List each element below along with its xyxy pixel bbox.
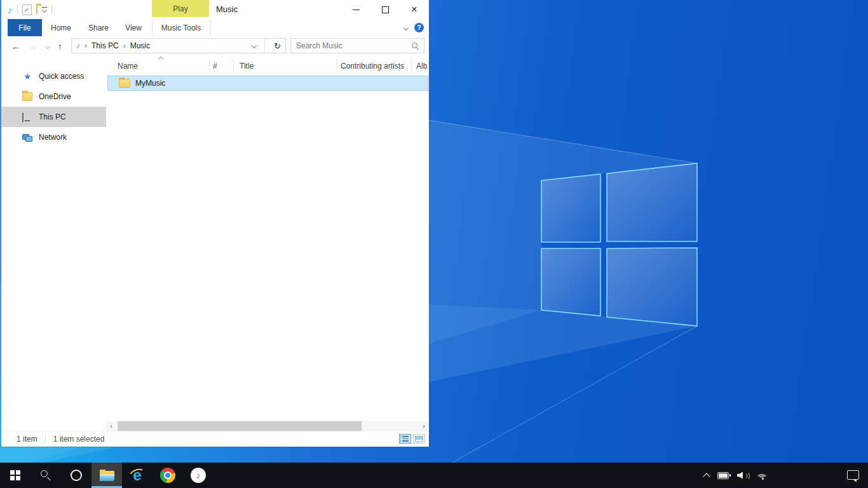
breadcrumb-this-pc[interactable]: This PC (92, 41, 119, 50)
navigation-pane: ★ Quick access OneDrive This PC Network (1, 56, 106, 431)
sidebar-item-label: Network (39, 133, 67, 142)
sidebar-item-label: Quick access (39, 72, 84, 81)
quick-access-star-icon: ★ (24, 72, 31, 81)
forward-button: → (29, 42, 37, 51)
column-header-album[interactable]: Alb (416, 62, 427, 71)
system-tray (704, 463, 769, 488)
column-header-title[interactable]: Title (240, 62, 254, 71)
scroll-right-arrow[interactable]: › (419, 421, 429, 431)
toolbar-separator (17, 5, 18, 14)
help-icon[interactable]: ? (414, 23, 424, 32)
network-icon (22, 133, 32, 142)
taskbar-internet-explorer[interactable]: e (122, 463, 153, 488)
breadcrumb-music[interactable]: Music (130, 41, 150, 50)
ribbon-tabs: File Home Share View Music Tools ? (1, 19, 429, 37)
tab-share[interactable]: Share (80, 19, 117, 36)
thumbnail-view-icon (415, 436, 423, 442)
window-title: Music (216, 4, 238, 14)
quick-access-toolbar: ♪ ✓ (8, 3, 52, 17)
taskbar-itunes[interactable]: ♪ (183, 463, 214, 488)
taskbar-chrome[interactable] (153, 463, 183, 488)
address-dropdown-chevron[interactable] (252, 43, 257, 48)
column-header-contributing-artists[interactable]: Contributing artists (341, 62, 404, 71)
sort-ascending-icon (158, 57, 163, 62)
up-button[interactable]: ↑ (58, 42, 62, 51)
taskbar-search-button[interactable] (31, 463, 61, 488)
sidebar-item-label: This PC (39, 112, 66, 121)
sidebar-item-quick-access[interactable]: ★ Quick access (1, 66, 106, 86)
refresh-icon[interactable]: ↻ (269, 41, 285, 51)
close-button[interactable]: × (400, 0, 429, 19)
properties-icon[interactable]: ✓ (22, 4, 32, 15)
file-explorer-icon (100, 470, 114, 481)
cortana-ring-icon (71, 470, 82, 481)
volume-icon[interactable] (737, 471, 748, 480)
tab-view[interactable]: View (117, 19, 150, 36)
item-count: 1 item (17, 435, 37, 444)
search-icon (41, 470, 51, 480)
scroll-left-arrow[interactable]: ‹ (106, 421, 116, 431)
title-bar[interactable]: ♪ ✓ Play Music × (1, 0, 429, 19)
contextual-group-play[interactable]: Play (152, 0, 209, 17)
location-music-note-icon: ♪ (76, 42, 80, 50)
sidebar-item-onedrive[interactable]: OneDrive (1, 86, 106, 107)
start-button[interactable] (0, 463, 31, 488)
scrollbar-thumb[interactable] (118, 421, 362, 431)
tab-file[interactable]: File (8, 19, 42, 36)
breadcrumb-chevron-icon[interactable]: › (85, 41, 87, 50)
file-name: MyMusic (135, 79, 165, 88)
battery-icon[interactable] (717, 472, 729, 479)
itunes-icon: ♪ (191, 468, 206, 483)
file-list-pane: Name # Title Contributing artists Alb My… (106, 56, 429, 431)
details-view-icon (402, 436, 409, 442)
folder-icon (22, 92, 32, 101)
status-bar: 1 item 1 item selected (1, 431, 429, 447)
column-header-name[interactable]: Name (118, 62, 138, 71)
taskbar: e ♪ (0, 463, 868, 488)
navigation-bar: ← → ↑ ♪ › This PC › Music ↻ (1, 36, 429, 57)
action-center-icon[interactable] (847, 470, 859, 480)
details-view-button[interactable] (399, 434, 411, 444)
column-header-number[interactable]: # (213, 62, 217, 71)
collapse-ribbon-icon[interactable] (403, 25, 409, 30)
cortana-button[interactable] (61, 463, 92, 488)
folder-icon (119, 79, 130, 88)
wifi-icon[interactable] (756, 471, 769, 480)
new-folder-icon[interactable] (36, 5, 37, 13)
thumbnail-view-button[interactable] (413, 434, 425, 444)
selection-count: 1 item selected (53, 435, 105, 444)
chrome-icon (160, 468, 175, 483)
toolbar-separator (51, 5, 52, 14)
maximize-button[interactable] (370, 0, 400, 19)
hidden-icons-chevron-icon[interactable] (703, 473, 710, 480)
search-box[interactable] (290, 38, 424, 53)
monitor-icon (22, 113, 32, 121)
customize-toolbar-icon[interactable] (42, 7, 47, 12)
tab-music-tools[interactable]: Music Tools (152, 19, 210, 36)
search-input[interactable] (291, 41, 411, 50)
tab-home[interactable]: Home (42, 19, 80, 36)
sidebar-item-label: OneDrive (39, 92, 71, 101)
horizontal-scrollbar[interactable]: ‹ › (106, 421, 429, 431)
back-button[interactable]: ← (11, 42, 20, 51)
window-controls: × (341, 0, 429, 19)
search-icon[interactable] (411, 42, 419, 50)
windows-logo-icon (10, 470, 20, 480)
address-bar[interactable]: ♪ › This PC › Music ↻ (71, 38, 286, 53)
taskbar-file-explorer[interactable] (92, 463, 122, 488)
column-headers: Name # Title Contributing artists Alb (106, 56, 429, 74)
sidebar-item-network[interactable]: Network (1, 127, 106, 147)
file-row-mymusic[interactable]: MyMusic (107, 76, 428, 91)
minimize-button[interactable] (341, 0, 370, 19)
file-explorer-window: ♪ ✓ Play Music × File Home Share View Mu… (1, 0, 429, 447)
app-music-note-icon: ♪ (8, 5, 13, 15)
internet-explorer-icon: e (129, 467, 146, 484)
recent-locations-chevron[interactable] (45, 43, 50, 48)
breadcrumb-chevron-icon[interactable]: › (123, 41, 126, 50)
sidebar-item-this-pc[interactable]: This PC (1, 107, 106, 127)
